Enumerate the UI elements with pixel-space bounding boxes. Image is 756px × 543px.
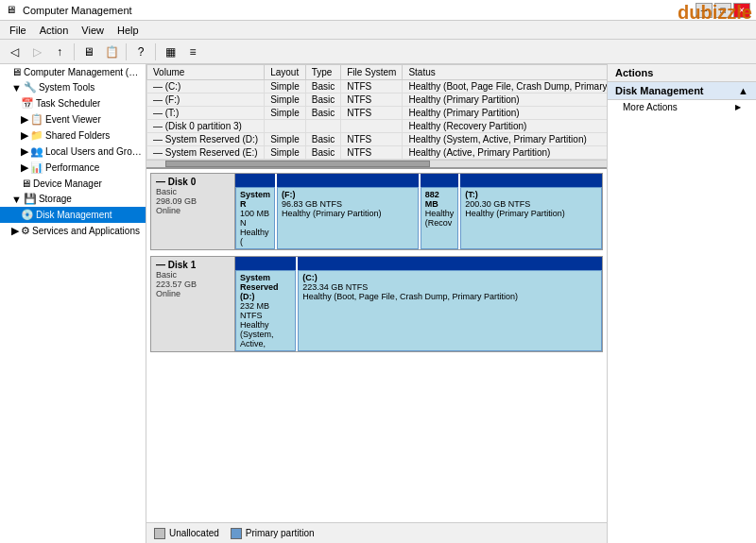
shared-folders-label: Shared Folders xyxy=(45,130,110,141)
actions-section-chevron-icon: ▲ xyxy=(738,85,748,96)
cell-type: Basic xyxy=(305,80,340,93)
disk-1-status: Online xyxy=(156,289,230,298)
cell-fs xyxy=(341,120,403,133)
col-volume[interactable]: Volume xyxy=(147,65,265,80)
disk-0-p2-name: (F:) xyxy=(282,190,414,199)
sidebar-item-services[interactable]: ▶ ⚙ Services and Applications xyxy=(0,223,146,239)
cell-status: Healthy (Recovery Partition) xyxy=(403,120,607,133)
table-row[interactable]: — System Reserved (E:) Simple Basic NTFS… xyxy=(147,146,608,160)
disk-0-p2-header xyxy=(277,174,419,187)
property-button[interactable]: 📋 xyxy=(101,42,122,62)
sidebar-item-task-scheduler[interactable]: 📅 Task Scheduler xyxy=(0,95,146,111)
horizontal-scrollbar[interactable] xyxy=(146,160,607,167)
cell-volume: — System Reserved (D:) xyxy=(147,133,265,146)
legend-primary-label: Primary partition xyxy=(246,528,315,538)
menu-view[interactable]: View xyxy=(76,23,110,38)
table-row[interactable]: — (Disk 0 partition 3) Healthy (Recovery… xyxy=(147,120,608,133)
disk-1-p2-detail1: 223.34 GB NTFS xyxy=(302,282,597,292)
expand-icon-6: ▼ xyxy=(11,194,22,205)
sidebar-item-event-viewer[interactable]: ▶ 📋 Event Viewer xyxy=(0,111,146,127)
cell-fs: NTFS xyxy=(341,80,403,93)
disk-0-name: — Disk 0 xyxy=(156,177,230,187)
sidebar-root-label: Computer Management (Local xyxy=(24,67,142,77)
disk-1-p1-detail1: 232 MB NTFS xyxy=(240,301,291,320)
table-row[interactable]: — (T:) Simple Basic NTFS Healthy (Primar… xyxy=(147,107,608,120)
event-viewer-label: Event Viewer xyxy=(45,114,101,125)
disk-1-info: — Disk 1 Basic 223.57 GB Online xyxy=(150,256,235,352)
disk-0-partitions: System R 100 MB N Healthy ( (F:) 96.83 G… xyxy=(235,173,603,250)
sidebar-item-shared-folders[interactable]: ▶ 📁 Shared Folders xyxy=(0,127,146,144)
disk-1-type: Basic xyxy=(156,270,230,280)
disk-1-row: — Disk 1 Basic 223.57 GB Online System R… xyxy=(150,256,603,352)
menu-bar: File Action View Help xyxy=(0,21,756,40)
menu-action[interactable]: Action xyxy=(34,23,75,38)
shared-folders-icon: 📁 xyxy=(30,129,43,142)
actions-section-label: Disk Management xyxy=(615,85,704,96)
disk-view: — Disk 0 Basic 298.09 GB Online System R… xyxy=(146,169,607,522)
disk-1-p1-name: System Reserved (D:) xyxy=(240,273,291,301)
disk-0-partition-2[interactable]: (F:) 96.83 GB NTFS Healthy (Primary Part… xyxy=(277,174,421,249)
disk-1-name: — Disk 1 xyxy=(156,260,230,270)
disk-0-p2-body: (F:) 96.83 GB NTFS Healthy (Primary Part… xyxy=(277,187,419,249)
view-button-1[interactable]: ▦ xyxy=(160,42,180,62)
cell-volume: — (C:) xyxy=(147,80,265,93)
cell-layout: Simple xyxy=(265,133,306,146)
disk-0-p3-name: 882 MB xyxy=(425,190,455,209)
col-type[interactable]: Type xyxy=(305,65,340,80)
toolbar-separator-3 xyxy=(155,43,156,60)
actions-header: Actions xyxy=(608,64,756,82)
disk-0-p4-name: (T:) xyxy=(465,190,597,199)
scrollbar-thumb[interactable] xyxy=(165,161,430,167)
disk-1-partition-1[interactable]: System Reserved (D:) 232 MB NTFS Healthy… xyxy=(235,257,298,351)
sidebar-item-performance[interactable]: ▶ 📊 Performance xyxy=(0,160,146,176)
disk-0-p4-header xyxy=(460,174,602,187)
up-button[interactable]: ↑ xyxy=(49,42,70,62)
col-status[interactable]: Status xyxy=(403,65,607,80)
col-filesystem[interactable]: File System xyxy=(341,65,403,80)
col-layout[interactable]: Layout xyxy=(265,65,306,80)
disk-0-partition-1[interactable]: System R 100 MB N Healthy ( xyxy=(235,174,277,249)
computer-icon: 🖥 xyxy=(11,66,22,77)
legend-unallocated-label: Unallocated xyxy=(169,528,219,538)
legend-primary: Primary partition xyxy=(231,528,315,539)
cell-fs: NTFS xyxy=(341,107,403,120)
show-hide-button[interactable]: 🖥 xyxy=(78,42,99,62)
sidebar-item-system-tools[interactable]: ▼ 🔧 System Tools xyxy=(0,79,146,95)
sidebar-item-disk-management[interactable]: 💿 Disk Management xyxy=(0,207,146,223)
sidebar-item-local-users[interactable]: ▶ 👥 Local Users and Groups xyxy=(0,144,146,160)
disk-0-p2-detail1: 96.83 GB NTFS xyxy=(282,199,414,209)
cell-fs: NTFS xyxy=(341,93,403,107)
cell-volume: — (Disk 0 partition 3) xyxy=(147,120,265,133)
disk-0-status: Online xyxy=(156,206,230,215)
cell-status: Healthy (Primary Partition) xyxy=(403,93,607,107)
disk-0-p3-header xyxy=(421,174,459,187)
disk-1-p1-detail2: Healthy (System, Active, xyxy=(240,320,291,348)
legend-primary-box xyxy=(231,528,242,539)
app-icon: 🖥 xyxy=(6,4,19,17)
actions-section-disk-management[interactable]: Disk Management ▲ xyxy=(608,82,756,100)
table-row[interactable]: — (C:) Simple Basic NTFS Healthy (Boot, … xyxy=(147,80,608,93)
disk-1-partition-2[interactable]: (C:) 223.34 GB NTFS Healthy (Boot, Page … xyxy=(298,257,602,351)
disk-1-p2-detail2: Healthy (Boot, Page File, Crash Dump, Pr… xyxy=(302,292,597,301)
forward-button[interactable]: ▷ xyxy=(26,42,47,62)
sidebar-root: 🖥 Computer Management (Local xyxy=(0,64,146,79)
watermark: dubizzle xyxy=(678,2,752,24)
disk-0-size: 298.09 GB xyxy=(156,196,230,206)
table-row[interactable]: — System Reserved (D:) Simple Basic NTFS… xyxy=(147,133,608,146)
sidebar-item-storage[interactable]: ▼ 💾 Storage xyxy=(0,191,146,207)
actions-item-more[interactable]: More Actions ▶ xyxy=(608,100,756,114)
disk-0-partition-4[interactable]: (T:) 200.30 GB NTFS Healthy (Primary Par… xyxy=(460,174,602,249)
sidebar-item-device-manager[interactable]: 🖥 Device Manager xyxy=(0,176,146,191)
back-button[interactable]: ◁ xyxy=(4,42,25,62)
disk-0-partition-3[interactable]: 882 MB Healthy (Recov xyxy=(421,174,461,249)
task-scheduler-label: Task Scheduler xyxy=(36,98,100,109)
table-row[interactable]: — (F:) Simple Basic NTFS Healthy (Primar… xyxy=(147,93,608,107)
disk-1-p1-body: System Reserved (D:) 232 MB NTFS Healthy… xyxy=(235,270,296,351)
system-tools-label: System Tools xyxy=(39,82,94,93)
menu-help[interactable]: Help xyxy=(112,23,145,38)
menu-file[interactable]: File xyxy=(4,23,32,38)
disk-0-p4-detail1: 200.30 GB NTFS xyxy=(465,199,597,209)
help-button[interactable]: ? xyxy=(130,42,151,62)
view-button-2[interactable]: ≡ xyxy=(182,42,203,62)
window-title: Computer Management xyxy=(23,5,132,16)
